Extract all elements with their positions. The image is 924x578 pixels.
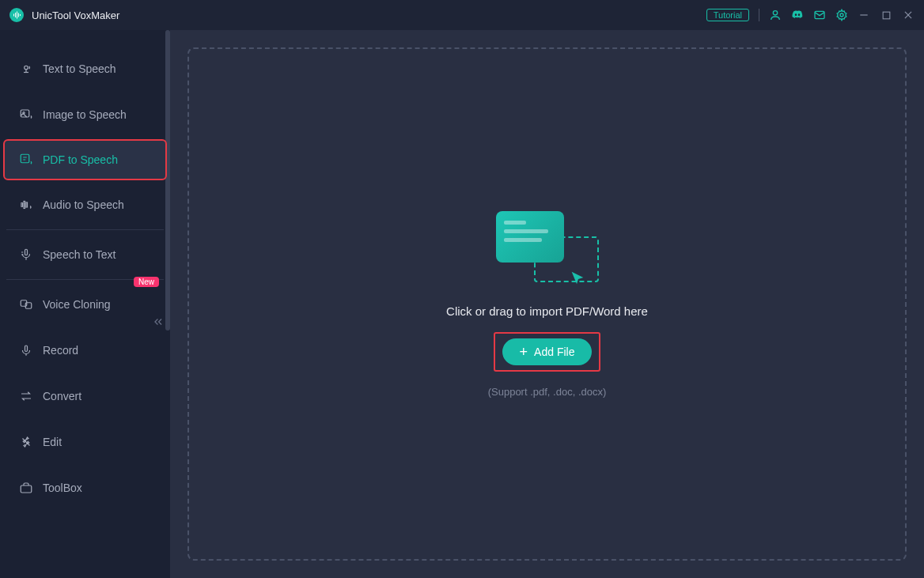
nav-divider — [6, 229, 164, 230]
sidebar-item-speech-to-text[interactable]: Speech to Text — [0, 232, 170, 278]
sidebar-item-label: PDF to Speech — [43, 153, 118, 166]
svg-rect-9 — [883, 12, 890, 19]
svg-point-12 — [25, 66, 28, 70]
toolbox-icon — [19, 481, 33, 495]
pdf-to-speech-icon — [19, 153, 33, 167]
svg-rect-22 — [25, 346, 28, 352]
settings-icon[interactable] — [835, 9, 848, 21]
sidebar-item-label: Image to Speech — [43, 108, 127, 121]
record-icon — [19, 343, 33, 357]
sidebar-item-label: Text to Speech — [43, 62, 116, 75]
svg-rect-17 — [24, 202, 25, 209]
svg-rect-19 — [25, 249, 28, 255]
svg-rect-3 — [18, 13, 19, 17]
svg-rect-23 — [21, 485, 32, 493]
close-icon[interactable] — [902, 9, 915, 21]
body: Text to Speech Image to Speech PDF to Sp… — [0, 30, 924, 578]
app-title: UnicTool VoxMaker — [32, 9, 119, 21]
sidebar-item-record[interactable]: Record — [0, 327, 170, 373]
support-text: (Support .pdf, .doc, .docx) — [488, 386, 607, 398]
sidebar-item-pdf-to-speech[interactable]: PDF to Speech — [3, 139, 167, 180]
minimize-icon[interactable] — [858, 9, 870, 21]
title-left: UnicTool VoxMaker — [9, 8, 119, 22]
sidebar-item-label: Record — [43, 344, 78, 357]
sidebar-item-toolbox[interactable]: ToolBox — [0, 465, 170, 511]
sidebar-item-image-to-speech[interactable]: Image to Speech — [0, 92, 170, 138]
sidebar-item-text-to-speech[interactable]: Text to Speech — [0, 46, 170, 92]
document-icon — [496, 211, 564, 263]
tutorial-button[interactable]: Tutorial — [706, 9, 749, 21]
new-badge: New — [134, 277, 159, 287]
maximize-icon[interactable] — [880, 9, 892, 21]
speech-to-text-icon — [19, 247, 33, 262]
divider — [759, 9, 759, 21]
text-to-speech-icon — [19, 62, 33, 76]
add-file-label: Add File — [534, 346, 574, 358]
mail-icon[interactable] — [813, 9, 826, 21]
edit-icon — [19, 435, 33, 449]
svg-rect-2 — [17, 12, 17, 19]
image-to-speech-icon — [19, 108, 33, 122]
sidebar-item-label: Voice Cloning — [43, 298, 111, 311]
app-logo-icon — [9, 8, 24, 22]
svg-rect-1 — [15, 13, 16, 17]
voice-clone-icon — [19, 297, 33, 312]
svg-rect-15 — [21, 154, 29, 163]
convert-icon — [19, 389, 33, 403]
add-file-button[interactable]: + Add File — [502, 338, 593, 365]
svg-rect-18 — [26, 202, 28, 207]
sidebar-item-label: Audio to Speech — [43, 198, 124, 211]
svg-point-7 — [840, 13, 843, 17]
sidebar: Text to Speech Image to Speech PDF to Sp… — [0, 30, 170, 578]
add-file-highlight: + Add File — [494, 332, 601, 372]
audio-to-speech-icon — [19, 198, 33, 212]
sidebar-item-label: ToolBox — [43, 482, 82, 494]
titlebar: UnicTool VoxMaker Tutorial — [0, 0, 924, 30]
svg-rect-0 — [13, 14, 14, 17]
cursor-icon — [569, 270, 585, 285]
sidebar-item-audio-to-speech[interactable]: Audio to Speech — [0, 182, 170, 228]
discord-icon[interactable] — [791, 9, 804, 21]
sidebar-item-label: Edit — [43, 436, 62, 448]
drop-instruction: Click or drag to import PDF/Word here — [446, 304, 648, 318]
user-icon[interactable] — [769, 9, 782, 21]
svg-rect-16 — [21, 203, 23, 207]
sidebar-item-label: Convert — [43, 390, 81, 402]
drop-zone[interactable]: Click or drag to import PDF/Word here + … — [187, 47, 907, 561]
title-right: Tutorial — [706, 9, 915, 21]
main-content: Click or drag to import PDF/Word here + … — [170, 30, 924, 578]
sidebar-item-edit[interactable]: Edit — [0, 419, 170, 465]
svg-rect-4 — [20, 14, 21, 16]
sidebar-item-convert[interactable]: Convert — [0, 373, 170, 419]
svg-point-5 — [773, 11, 777, 15]
sidebar-item-voice-cloning[interactable]: New Voice Cloning — [0, 281, 170, 327]
sidebar-item-label: Speech to Text — [43, 248, 116, 261]
plus-icon: + — [520, 345, 528, 359]
import-illustration — [496, 211, 599, 290]
